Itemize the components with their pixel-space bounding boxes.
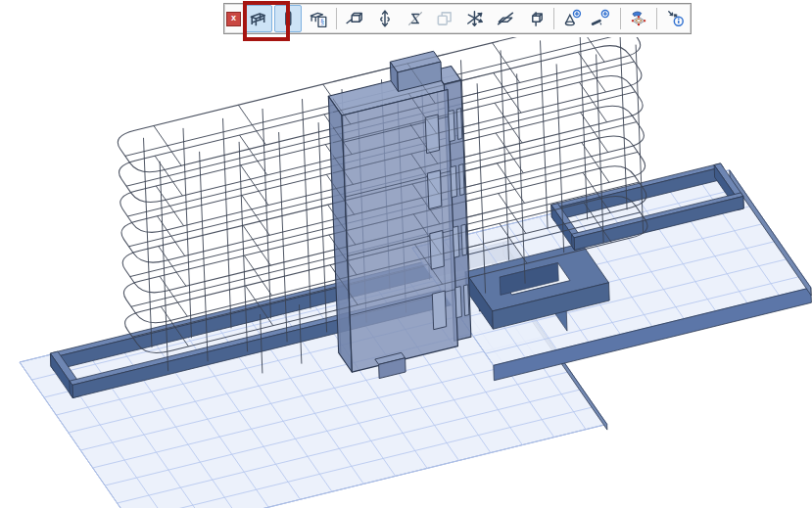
line-plus-icon xyxy=(591,9,612,28)
mirror-tool-button[interactable] xyxy=(491,5,519,32)
cone-plus-icon xyxy=(561,9,583,28)
drag-tool-button[interactable] xyxy=(341,5,369,32)
multiply-tool-button xyxy=(431,5,459,32)
column-icon xyxy=(278,9,298,28)
element-info-tool-button[interactable] xyxy=(661,5,690,32)
application-window: x xyxy=(0,0,812,508)
beam-document-icon: § xyxy=(309,9,328,28)
cutaway-3d-icon xyxy=(629,9,648,28)
info-arrows-icon xyxy=(666,9,686,28)
zoom-in-line-tool-button[interactable] xyxy=(588,5,616,32)
elevate-tool-button[interactable] xyxy=(371,5,400,32)
floating-toolbar: x xyxy=(223,3,692,34)
drag-box-icon xyxy=(345,9,364,28)
mirror-icon xyxy=(496,9,515,28)
beam-schedule-tool-button[interactable]: § xyxy=(304,5,332,32)
rotate-tool-button[interactable] xyxy=(401,5,429,32)
toolbar-separator xyxy=(656,8,657,29)
column-tool-button[interactable] xyxy=(274,5,303,32)
close-button[interactable]: x xyxy=(226,12,241,26)
multiply-boxes-icon xyxy=(435,9,454,28)
3d-model-view[interactable] xyxy=(0,37,812,508)
cutaway-3d-tool-button[interactable] xyxy=(625,5,653,32)
beam-tool-button[interactable] xyxy=(244,5,272,32)
beam-icon xyxy=(248,9,267,28)
rotate-profile-icon xyxy=(406,9,425,28)
toolbar-separator xyxy=(620,8,621,29)
axes-arrows-icon xyxy=(465,9,485,28)
zoom-in-cone-tool-button[interactable] xyxy=(558,5,587,32)
svg-text:§: § xyxy=(320,18,324,26)
toolbar-separator xyxy=(553,8,554,29)
elevate-anchor-icon xyxy=(375,9,395,28)
pin-cube-icon xyxy=(525,9,545,28)
pin-cube-tool-button[interactable] xyxy=(521,5,549,32)
toolbar-separator xyxy=(336,8,337,29)
move-axes-tool-button[interactable] xyxy=(461,5,490,32)
